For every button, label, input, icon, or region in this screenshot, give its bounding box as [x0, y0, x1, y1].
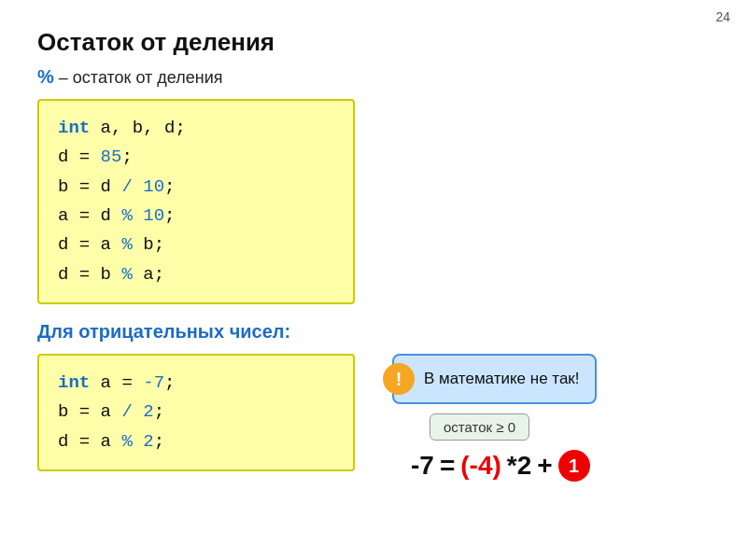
mod-op-1: %	[121, 205, 132, 226]
subtitle-text: – остаток от деления	[59, 68, 223, 87]
code-line-9: d = a % 2;	[58, 427, 334, 456]
num-10-2: 10	[143, 205, 164, 226]
code-block-1: int a, b, d; d = 85; b = d / 10; a = d %…	[37, 99, 355, 304]
div-op-2: /	[121, 401, 132, 422]
math-expression: -7 = (-4) *2 + 1	[411, 450, 590, 482]
keyword-int-2: int	[58, 372, 90, 393]
bottom-right: ! В математике не так! остаток ≥ 0 -7 = …	[383, 354, 710, 482]
remainder-label: остаток ≥ 0	[444, 419, 515, 435]
code-line-6: d = b % a;	[58, 260, 334, 289]
math-equals: =	[440, 451, 455, 481]
main-title: Остаток от деления	[37, 28, 710, 57]
slide: 24 Остаток от деления % – остаток от дел…	[0, 0, 747, 560]
div-op-1: /	[121, 176, 132, 197]
callout-box: ! В математике не так!	[392, 354, 597, 404]
section-label: Для отрицательных чисел:	[37, 321, 710, 343]
remainder-box: остаток ≥ 0	[430, 413, 529, 441]
math-times: *2	[507, 451, 531, 481]
mod-op-4: %	[121, 431, 132, 452]
code-line-3: b = d / 10;	[58, 173, 334, 202]
math-lhs: -7	[411, 451, 434, 481]
code-line-1: int a, b, d;	[58, 114, 334, 143]
code-line-5: d = a % b;	[58, 231, 334, 259]
percent-operator: %	[37, 66, 54, 87]
code-line-2: d = 85;	[58, 143, 334, 172]
code-block-2: int a = -7; b = a / 2; d = a % 2;	[37, 354, 355, 471]
num-10-1: 10	[143, 176, 164, 197]
bottom-left: int a = -7; b = a / 2; d = a % 2;	[37, 354, 355, 488]
callout-text: В математике не так!	[424, 370, 580, 388]
mod-op-3: %	[121, 264, 132, 285]
exclamation-icon: !	[383, 363, 415, 395]
math-neg-part: (-4)	[460, 451, 501, 481]
keyword-int-1: int	[58, 118, 90, 138]
mod-op-2: %	[121, 234, 132, 255]
num-neg7: -7	[143, 372, 164, 393]
bottom-area: int a = -7; b = a / 2; d = a % 2; ! В ма…	[37, 354, 710, 488]
math-circle-value: 1	[558, 450, 590, 482]
page-number: 24	[715, 9, 730, 24]
num-2-1: 2	[143, 401, 153, 422]
code-line-4: a = d % 10;	[58, 202, 334, 231]
num-2-2: 2	[143, 431, 153, 452]
code-line-8: b = a / 2;	[58, 398, 334, 427]
math-plus: +	[537, 451, 552, 481]
subtitle-line: % – остаток от деления	[37, 66, 710, 88]
num-85: 85	[101, 147, 122, 167]
code-line-7: int a = -7;	[58, 369, 334, 398]
